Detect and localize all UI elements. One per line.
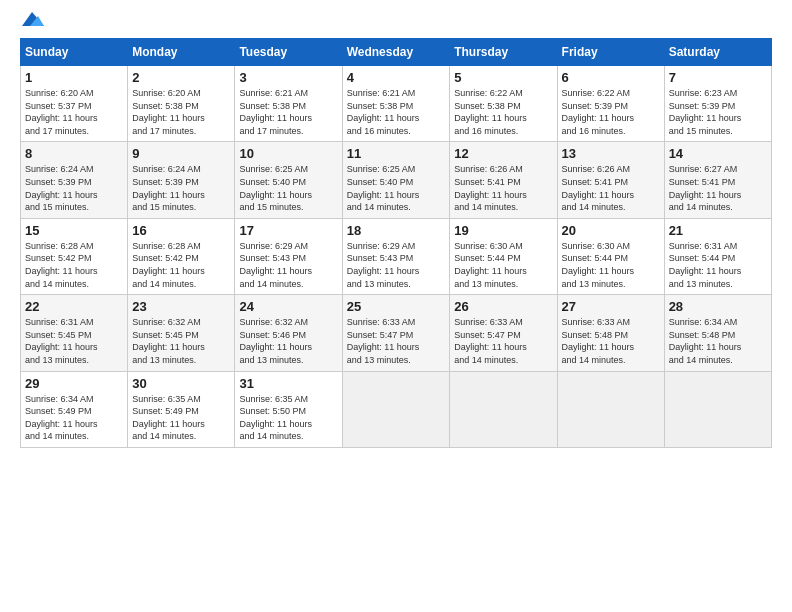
- calendar-cell: 22 Sunrise: 6:31 AM Sunset: 5:45 PM Dayl…: [21, 295, 128, 371]
- day-number: 20: [562, 223, 660, 238]
- day-number: 25: [347, 299, 446, 314]
- calendar-cell: 24 Sunrise: 6:32 AM Sunset: 5:46 PM Dayl…: [235, 295, 342, 371]
- calendar-cell: 20 Sunrise: 6:30 AM Sunset: 5:44 PM Dayl…: [557, 218, 664, 294]
- calendar-cell: 26 Sunrise: 6:33 AM Sunset: 5:47 PM Dayl…: [450, 295, 557, 371]
- day-number: 17: [239, 223, 337, 238]
- weekday-header: Tuesday: [235, 39, 342, 66]
- calendar-cell: 7 Sunrise: 6:23 AM Sunset: 5:39 PM Dayli…: [664, 66, 771, 142]
- day-info: Sunrise: 6:24 AM Sunset: 5:39 PM Dayligh…: [132, 164, 205, 212]
- day-info: Sunrise: 6:34 AM Sunset: 5:48 PM Dayligh…: [669, 317, 742, 365]
- day-info: Sunrise: 6:33 AM Sunset: 5:47 PM Dayligh…: [347, 317, 420, 365]
- day-number: 1: [25, 70, 123, 85]
- day-info: Sunrise: 6:35 AM Sunset: 5:49 PM Dayligh…: [132, 394, 205, 442]
- day-info: Sunrise: 6:29 AM Sunset: 5:43 PM Dayligh…: [239, 241, 312, 289]
- day-info: Sunrise: 6:20 AM Sunset: 5:37 PM Dayligh…: [25, 88, 98, 136]
- calendar-cell: 14 Sunrise: 6:27 AM Sunset: 5:41 PM Dayl…: [664, 142, 771, 218]
- weekday-header: Wednesday: [342, 39, 450, 66]
- day-info: Sunrise: 6:29 AM Sunset: 5:43 PM Dayligh…: [347, 241, 420, 289]
- day-info: Sunrise: 6:22 AM Sunset: 5:38 PM Dayligh…: [454, 88, 527, 136]
- calendar-cell: [557, 371, 664, 447]
- calendar-cell: 5 Sunrise: 6:22 AM Sunset: 5:38 PM Dayli…: [450, 66, 557, 142]
- day-number: 26: [454, 299, 552, 314]
- day-number: 10: [239, 146, 337, 161]
- day-info: Sunrise: 6:21 AM Sunset: 5:38 PM Dayligh…: [239, 88, 312, 136]
- day-number: 28: [669, 299, 767, 314]
- calendar-cell: 28 Sunrise: 6:34 AM Sunset: 5:48 PM Dayl…: [664, 295, 771, 371]
- logo-icon: [22, 12, 44, 28]
- calendar-cell: [664, 371, 771, 447]
- day-info: Sunrise: 6:35 AM Sunset: 5:50 PM Dayligh…: [239, 394, 312, 442]
- day-number: 19: [454, 223, 552, 238]
- day-info: Sunrise: 6:26 AM Sunset: 5:41 PM Dayligh…: [454, 164, 527, 212]
- day-number: 15: [25, 223, 123, 238]
- calendar-cell: 12 Sunrise: 6:26 AM Sunset: 5:41 PM Dayl…: [450, 142, 557, 218]
- day-number: 9: [132, 146, 230, 161]
- day-info: Sunrise: 6:33 AM Sunset: 5:47 PM Dayligh…: [454, 317, 527, 365]
- calendar-week-row: 8 Sunrise: 6:24 AM Sunset: 5:39 PM Dayli…: [21, 142, 772, 218]
- calendar-body: 1 Sunrise: 6:20 AM Sunset: 5:37 PM Dayli…: [21, 66, 772, 448]
- day-number: 30: [132, 376, 230, 391]
- day-info: Sunrise: 6:26 AM Sunset: 5:41 PM Dayligh…: [562, 164, 635, 212]
- day-info: Sunrise: 6:32 AM Sunset: 5:46 PM Dayligh…: [239, 317, 312, 365]
- calendar-cell: 31 Sunrise: 6:35 AM Sunset: 5:50 PM Dayl…: [235, 371, 342, 447]
- day-info: Sunrise: 6:20 AM Sunset: 5:38 PM Dayligh…: [132, 88, 205, 136]
- weekday-header: Monday: [128, 39, 235, 66]
- day-info: Sunrise: 6:30 AM Sunset: 5:44 PM Dayligh…: [454, 241, 527, 289]
- page: SundayMondayTuesdayWednesdayThursdayFrid…: [0, 0, 792, 612]
- day-info: Sunrise: 6:32 AM Sunset: 5:45 PM Dayligh…: [132, 317, 205, 365]
- calendar-cell: [450, 371, 557, 447]
- calendar-cell: 25 Sunrise: 6:33 AM Sunset: 5:47 PM Dayl…: [342, 295, 450, 371]
- day-info: Sunrise: 6:33 AM Sunset: 5:48 PM Dayligh…: [562, 317, 635, 365]
- calendar-cell: 3 Sunrise: 6:21 AM Sunset: 5:38 PM Dayli…: [235, 66, 342, 142]
- day-info: Sunrise: 6:28 AM Sunset: 5:42 PM Dayligh…: [25, 241, 98, 289]
- day-info: Sunrise: 6:28 AM Sunset: 5:42 PM Dayligh…: [132, 241, 205, 289]
- day-info: Sunrise: 6:30 AM Sunset: 5:44 PM Dayligh…: [562, 241, 635, 289]
- day-number: 7: [669, 70, 767, 85]
- calendar-cell: 21 Sunrise: 6:31 AM Sunset: 5:44 PM Dayl…: [664, 218, 771, 294]
- calendar-cell: 18 Sunrise: 6:29 AM Sunset: 5:43 PM Dayl…: [342, 218, 450, 294]
- calendar: SundayMondayTuesdayWednesdayThursdayFrid…: [20, 38, 772, 448]
- calendar-cell: 11 Sunrise: 6:25 AM Sunset: 5:40 PM Dayl…: [342, 142, 450, 218]
- calendar-cell: 2 Sunrise: 6:20 AM Sunset: 5:38 PM Dayli…: [128, 66, 235, 142]
- calendar-week-row: 22 Sunrise: 6:31 AM Sunset: 5:45 PM Dayl…: [21, 295, 772, 371]
- calendar-cell: 17 Sunrise: 6:29 AM Sunset: 5:43 PM Dayl…: [235, 218, 342, 294]
- day-number: 22: [25, 299, 123, 314]
- day-number: 18: [347, 223, 446, 238]
- calendar-cell: 30 Sunrise: 6:35 AM Sunset: 5:49 PM Dayl…: [128, 371, 235, 447]
- day-info: Sunrise: 6:34 AM Sunset: 5:49 PM Dayligh…: [25, 394, 98, 442]
- day-number: 24: [239, 299, 337, 314]
- day-info: Sunrise: 6:31 AM Sunset: 5:44 PM Dayligh…: [669, 241, 742, 289]
- day-number: 3: [239, 70, 337, 85]
- day-info: Sunrise: 6:31 AM Sunset: 5:45 PM Dayligh…: [25, 317, 98, 365]
- weekday-header: Friday: [557, 39, 664, 66]
- calendar-cell: 13 Sunrise: 6:26 AM Sunset: 5:41 PM Dayl…: [557, 142, 664, 218]
- day-info: Sunrise: 6:25 AM Sunset: 5:40 PM Dayligh…: [347, 164, 420, 212]
- weekday-row: SundayMondayTuesdayWednesdayThursdayFrid…: [21, 39, 772, 66]
- day-info: Sunrise: 6:24 AM Sunset: 5:39 PM Dayligh…: [25, 164, 98, 212]
- calendar-header: SundayMondayTuesdayWednesdayThursdayFrid…: [21, 39, 772, 66]
- weekday-header: Thursday: [450, 39, 557, 66]
- day-number: 4: [347, 70, 446, 85]
- day-number: 6: [562, 70, 660, 85]
- calendar-cell: 1 Sunrise: 6:20 AM Sunset: 5:37 PM Dayli…: [21, 66, 128, 142]
- calendar-cell: [342, 371, 450, 447]
- day-info: Sunrise: 6:22 AM Sunset: 5:39 PM Dayligh…: [562, 88, 635, 136]
- weekday-header: Saturday: [664, 39, 771, 66]
- calendar-week-row: 1 Sunrise: 6:20 AM Sunset: 5:37 PM Dayli…: [21, 66, 772, 142]
- day-info: Sunrise: 6:27 AM Sunset: 5:41 PM Dayligh…: [669, 164, 742, 212]
- day-info: Sunrise: 6:25 AM Sunset: 5:40 PM Dayligh…: [239, 164, 312, 212]
- day-number: 14: [669, 146, 767, 161]
- day-number: 16: [132, 223, 230, 238]
- day-number: 8: [25, 146, 123, 161]
- day-number: 29: [25, 376, 123, 391]
- day-number: 5: [454, 70, 552, 85]
- day-number: 11: [347, 146, 446, 161]
- calendar-cell: 27 Sunrise: 6:33 AM Sunset: 5:48 PM Dayl…: [557, 295, 664, 371]
- day-number: 21: [669, 223, 767, 238]
- logo: [20, 16, 44, 28]
- day-info: Sunrise: 6:23 AM Sunset: 5:39 PM Dayligh…: [669, 88, 742, 136]
- calendar-cell: 23 Sunrise: 6:32 AM Sunset: 5:45 PM Dayl…: [128, 295, 235, 371]
- calendar-cell: 10 Sunrise: 6:25 AM Sunset: 5:40 PM Dayl…: [235, 142, 342, 218]
- day-number: 23: [132, 299, 230, 314]
- day-number: 13: [562, 146, 660, 161]
